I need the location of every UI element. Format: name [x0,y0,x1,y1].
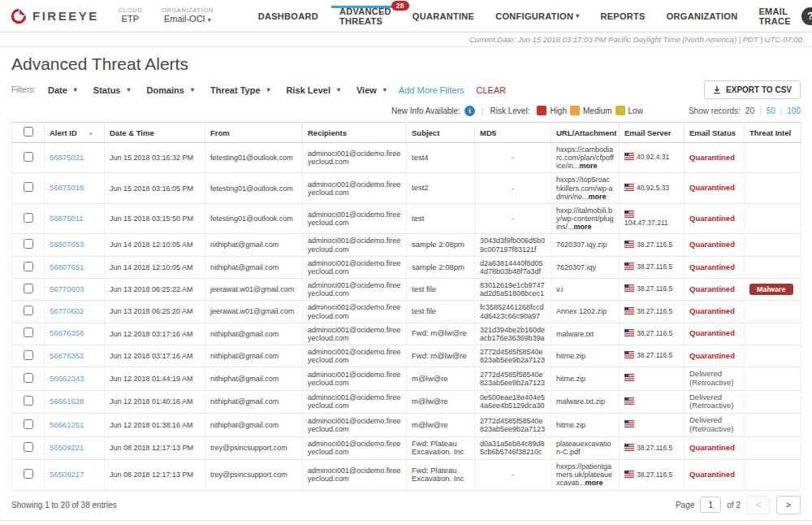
row-checkbox[interactable] [24,213,33,223]
col-header-email-status: Email Status [685,123,745,143]
page-label: Page [676,501,694,510]
alert-id-link[interactable]: 56875021 [50,153,84,162]
top-navigation-bar: FIREEYE CLOUD ETP ORGANIZATION Email-OCI… [0,0,812,33]
alert-id-link[interactable]: 56875011 [50,214,84,223]
filter-dropdown-risk-level[interactable]: Risk Level▾ [287,85,340,95]
row-checkbox[interactable] [24,182,33,192]
row-checkbox[interactable] [24,469,33,479]
row-checkbox[interactable] [24,419,33,429]
filter-dropdown-date[interactable]: Date▾ [48,85,77,95]
more-link[interactable]: more [585,479,603,487]
row-checkbox[interactable] [24,396,33,406]
organization-selector[interactable]: ORGANIZATION Email-OCI▾ [162,7,214,24]
previous-page-button[interactable]: < [746,496,771,514]
alert-id-link[interactable]: 56875016 [50,183,84,192]
filters-label: Filters: [11,85,36,94]
fireeye-logo[interactable]: FIREEYE [10,7,99,25]
more-link[interactable]: more [589,193,607,201]
from-cell: fetesting01@outlook.com [205,173,303,203]
row-checkbox[interactable] [24,152,33,162]
row-checkbox[interactable] [24,373,33,383]
filter-dropdown-threat-type[interactable]: Threat Type▾ [210,85,270,95]
alert-id-link[interactable]: 56661251 [50,420,84,429]
col-header-from: From [205,123,303,143]
alert-id-link[interactable]: 56676352 [50,351,84,360]
row-checkbox[interactable] [24,284,33,293]
date-time-cell: Jun 12 2018 01:38:16 AM [105,414,205,436]
filter-dropdown-status[interactable]: Status▾ [93,85,131,95]
us-flag-icon [624,210,634,220]
alert-id-cell: 56661628 [45,390,105,413]
alert-id-link[interactable]: 56509221 [50,443,84,452]
alert-id-link[interactable]: 56509217 [50,470,84,479]
nav-item-label: CONFIGURATION [495,11,573,21]
row-checkbox[interactable] [24,350,33,360]
filter-dropdowns: Date▾Status▾Domains▾Threat Type▾Risk Lev… [48,85,387,95]
alert-id-link[interactable]: 56662343 [50,374,84,383]
date-time-cell: Jun 12 2018 03:17:16 AM [105,323,205,345]
filters-row: Filters: Date▾Status▾Domains▾Threat Type… [11,78,801,102]
nav-item-advanced-threats[interactable]: ADVANCED THREATS28 [329,0,402,33]
page-number-input[interactable] [700,497,721,513]
alert-id-link[interactable]: 56676358 [50,328,84,337]
alert-id-link[interactable]: 56770602 [50,306,84,315]
alert-id-cell: 56875016 [45,173,105,203]
fireeye-wordmark: FIREEYE [32,9,99,23]
from-cell: trey@psincsupport.com [205,460,303,490]
nav-item-email-trace[interactable]: EMAIL TRACE [748,0,801,33]
show-records-option-100[interactable]: 100 [787,106,801,115]
top-icons: ? [801,7,812,25]
row-checkbox[interactable] [24,306,33,315]
email-server-cell: 38.27.116.5 [620,234,685,256]
info-icon[interactable]: i [464,106,475,116]
from-cell: jeerawat.w01@gmail.com [205,301,303,323]
alert-id-link[interactable]: 56807651 [50,262,84,271]
more-link[interactable]: more [580,162,598,170]
alerts-table-body: 56875021Jun 15 2018 03:16:32 PMfetesting… [12,143,801,491]
nav-item-dashboard[interactable]: DASHBOARD [248,0,329,33]
row-checkbox[interactable] [24,262,33,271]
filter-dropdown-domains[interactable]: Domains▾ [147,85,194,95]
clear-filters-link[interactable]: CLEAR [477,85,507,95]
help-icon[interactable]: ? [801,7,812,25]
show-records: Show records: 20|50|100 [689,106,801,115]
risk-level-text: High [550,106,567,115]
alert-id-link[interactable]: 56661628 [50,397,84,406]
nav-item-organization[interactable]: ORGANIZATION [656,0,749,33]
email-server-cell: 40.92.4.31 [620,143,685,173]
filter-dropdown-label: Domains [147,85,184,95]
export-to-csv-button[interactable]: EXPORT TO CSV [704,80,801,99]
malware-badge[interactable]: Malware [749,284,793,295]
row-checkbox[interactable] [24,328,33,337]
export-label: EXPORT TO CSV [726,85,792,94]
alert-id-link[interactable]: 56807653 [50,240,84,249]
col-header-label: Recipients [308,128,347,137]
date-time-cell: Jun 12 2018 01:44:19 AM [105,367,205,390]
pagination-row: Showing 1 to 20 of 38 entries Page of 2 … [11,496,801,514]
nav-item-quarantine[interactable]: QUARANTINE [402,0,485,33]
alert-id-cell: 56807653 [45,234,105,256]
filter-dropdown-view[interactable]: View▾ [356,85,387,95]
date-time-cell: Jun 15 2018 03:16:05 PM [105,173,205,203]
show-records-option-50[interactable]: 50 [767,106,775,115]
col-header-subject: Subject [407,123,475,143]
sort-icon[interactable]: ▼ [89,132,93,137]
next-page-button[interactable]: > [776,496,801,514]
select-all-checkbox[interactable] [24,127,33,137]
more-link[interactable]: more [574,223,592,231]
row-checkbox[interactable] [24,239,33,249]
risk-swatch-icon [570,106,580,115]
nav-item-reports[interactable]: REPORTS [590,0,655,33]
date-time-cell: Jun 14 2018 12:10:05 AM [105,256,205,278]
threat-intel-cell [745,301,801,323]
row-select-cell [12,301,45,323]
recipients-cell: adminoci001@ocidemo.fireeyecloud.com [303,414,407,436]
nav-item-configuration[interactable]: CONFIGURATION▾ [485,0,590,33]
alert-id-link[interactable]: 56770603 [50,284,84,293]
show-records-option-20[interactable]: 20 [745,106,754,115]
row-checkbox[interactable] [24,442,33,452]
add-more-filters-link[interactable]: Add More Filters [399,85,464,95]
col-header-md5: MD5 [475,123,551,143]
table-row: 56661628Jun 12 2018 01:40:16 AMnithiphat… [12,390,801,413]
email-status-cell: Quarantined [685,203,745,233]
